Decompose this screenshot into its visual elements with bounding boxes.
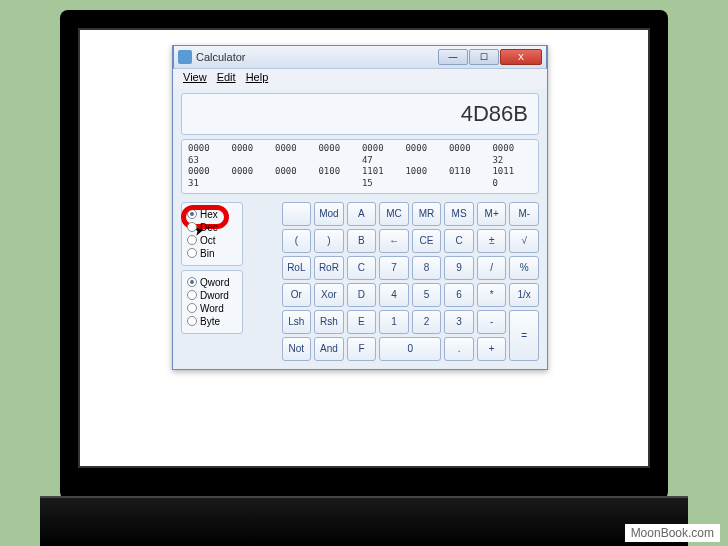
key-8[interactable]: 8 <box>412 256 442 280</box>
titlebar[interactable]: Calculator — ☐ X <box>173 45 547 69</box>
key-3[interactable]: 3 <box>444 310 474 334</box>
radio-hex[interactable]: Hex ➤ <box>187 209 237 220</box>
key-c[interactable]: C <box>444 229 474 253</box>
radio-oct[interactable]: Oct <box>187 235 237 246</box>
radio-icon <box>187 209 197 219</box>
key-rol[interactable]: RoL <box>282 256 312 280</box>
window-title: Calculator <box>196 51 437 63</box>
key-sqrt[interactable]: √ <box>509 229 539 253</box>
radio-byte[interactable]: Byte <box>187 316 237 327</box>
key-hex-c[interactable]: C <box>347 256 377 280</box>
key-ms[interactable]: MS <box>444 202 474 226</box>
key-not[interactable]: Not <box>282 337 312 361</box>
key-e[interactable]: E <box>347 310 377 334</box>
key-lparen[interactable]: ( <box>282 229 312 253</box>
key-6[interactable]: 6 <box>444 283 474 307</box>
bits-row-1-labels: 63 47 32 <box>188 155 532 167</box>
key-mminus[interactable]: M- <box>509 202 539 226</box>
app-icon <box>178 50 192 64</box>
key-5[interactable]: 5 <box>412 283 442 307</box>
radio-icon <box>187 290 197 300</box>
radio-word[interactable]: Word <box>187 303 237 314</box>
key-7[interactable]: 7 <box>379 256 409 280</box>
key-divide[interactable]: / <box>477 256 507 280</box>
key-percent[interactable]: % <box>509 256 539 280</box>
key-mc[interactable]: MC <box>379 202 409 226</box>
key-decimal[interactable]: . <box>444 337 474 361</box>
radio-qword[interactable]: Qword <box>187 277 237 288</box>
key-d[interactable]: D <box>347 283 377 307</box>
maximize-button[interactable]: ☐ <box>469 49 499 65</box>
laptop-frame: Calculator — ☐ X View Edit Help 4D86B 00… <box>60 10 668 500</box>
key-plus[interactable]: + <box>477 337 507 361</box>
radio-icon <box>187 248 197 258</box>
key-or[interactable]: Or <box>282 283 312 307</box>
window-controls: — ☐ X <box>437 49 542 65</box>
key-1[interactable]: 1 <box>379 310 409 334</box>
bits-row-2-labels: 31 15 0 <box>188 178 532 190</box>
key-reciprocal[interactable]: 1/x <box>509 283 539 307</box>
key-lsh[interactable]: Lsh <box>282 310 312 334</box>
menu-view[interactable]: View <box>179 71 211 87</box>
key-negate[interactable]: ± <box>477 229 507 253</box>
keypad: Mod A MC MR MS M+ M- ( ) B ← CE C ± √ <box>249 202 539 361</box>
laptop-keyboard <box>40 496 688 546</box>
key-rsh[interactable]: Rsh <box>314 310 344 334</box>
key-a[interactable]: A <box>347 202 377 226</box>
radio-icon <box>187 303 197 313</box>
key-mplus[interactable]: M+ <box>477 202 507 226</box>
base-group: Hex ➤ Dec Oct Bin <box>181 202 243 266</box>
key-9[interactable]: 9 <box>444 256 474 280</box>
key-backspace[interactable]: ← <box>379 229 409 253</box>
radio-icon <box>187 277 197 287</box>
key-mod[interactable]: Mod <box>314 202 344 226</box>
key-0[interactable]: 0 <box>379 337 441 361</box>
key-blank-up[interactable] <box>282 202 312 226</box>
screen: Calculator — ☐ X View Edit Help 4D86B 00… <box>78 28 650 468</box>
key-multiply[interactable]: * <box>477 283 507 307</box>
radio-icon <box>187 316 197 326</box>
key-ce[interactable]: CE <box>412 229 442 253</box>
size-group: Qword Dword Word Byte <box>181 270 243 334</box>
menu-help[interactable]: Help <box>242 71 273 87</box>
radio-icon <box>187 235 197 245</box>
key-xor[interactable]: Xor <box>314 283 344 307</box>
key-and[interactable]: And <box>314 337 344 361</box>
key-2[interactable]: 2 <box>412 310 442 334</box>
calculator-display: 4D86B <box>181 93 539 135</box>
key-minus[interactable]: - <box>477 310 507 334</box>
radio-icon <box>187 222 197 232</box>
key-4[interactable]: 4 <box>379 283 409 307</box>
bits-row-2: 0000 0000 0000 0100 1101 1000 0110 1011 <box>188 166 532 178</box>
key-mr[interactable]: MR <box>412 202 442 226</box>
bit-toggle-panel[interactable]: 0000 0000 0000 0000 0000 0000 0000 0000 … <box>181 139 539 194</box>
radio-groups: Hex ➤ Dec Oct Bin <box>181 202 243 361</box>
key-ror[interactable]: RoR <box>314 256 344 280</box>
radio-dec[interactable]: Dec <box>187 222 237 233</box>
key-f[interactable]: F <box>347 337 377 361</box>
radio-bin[interactable]: Bin <box>187 248 237 259</box>
close-button[interactable]: X <box>500 49 542 65</box>
calculator-window: Calculator — ☐ X View Edit Help 4D86B 00… <box>172 45 548 370</box>
lower-panel: Hex ➤ Dec Oct Bin <box>173 198 547 369</box>
watermark: MoonBook.com <box>625 524 720 542</box>
radio-dword[interactable]: Dword <box>187 290 237 301</box>
bits-row-1: 0000 0000 0000 0000 0000 0000 0000 0000 <box>188 143 532 155</box>
menu-edit[interactable]: Edit <box>213 71 240 87</box>
key-equals[interactable]: = <box>509 310 539 361</box>
menubar: View Edit Help <box>173 69 547 89</box>
minimize-button[interactable]: — <box>438 49 468 65</box>
key-b[interactable]: B <box>347 229 377 253</box>
key-rparen[interactable]: ) <box>314 229 344 253</box>
